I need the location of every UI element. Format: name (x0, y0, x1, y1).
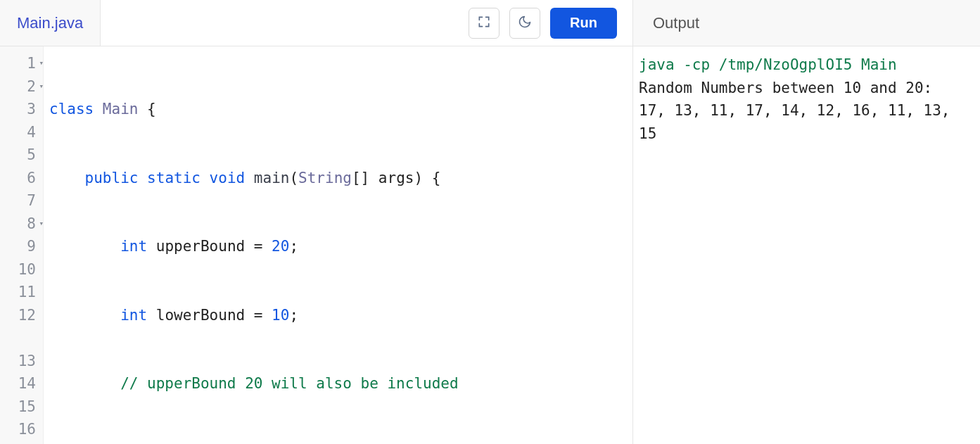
fold-icon[interactable]: ▾ (39, 213, 44, 236)
line-number: 10 (0, 258, 43, 281)
output-command: java -cp /tmp/NzoOgplOI5 Main (639, 56, 897, 73)
line-number: 3 (0, 98, 43, 121)
output-pane: Output java -cp /tmp/NzoOgplOI5 Main Ran… (633, 0, 980, 444)
line-number: 12 (0, 304, 43, 350)
line-number: 16 (0, 418, 43, 441)
fullscreen-icon (477, 15, 491, 31)
line-number: 5 (0, 144, 43, 167)
line-number: 7 (0, 189, 43, 213)
file-tab-label: Main.java (17, 14, 83, 32)
line-number: 8▾ (0, 213, 43, 236)
line-number: 6 (0, 167, 43, 190)
line-number-gutter: 1▾2▾345678▾910111213141516 (0, 46, 44, 444)
line-number: 4 (0, 121, 43, 144)
line-number: 9 (0, 235, 43, 258)
run-button[interactable]: Run (550, 8, 617, 39)
output-header: Output (633, 0, 980, 46)
fullscreen-button[interactable] (469, 8, 499, 39)
line-number: 13 (0, 350, 43, 373)
line-number: 2▾ (0, 75, 43, 99)
line-number: 11 (0, 281, 43, 304)
fold-icon[interactable]: ▾ (39, 75, 44, 99)
code-area[interactable]: class Main { public static void main(Str… (44, 46, 632, 444)
toolbar-actions: Run (101, 0, 632, 46)
file-tab[interactable]: Main.java (0, 0, 101, 46)
output-line: Random Numbers between 10 and 20: (639, 80, 932, 96)
line-number: 14 (0, 372, 43, 395)
editor-toolbar: Main.java Run (0, 0, 632, 46)
theme-toggle-button[interactable] (509, 8, 540, 39)
code-editor[interactable]: 1▾2▾345678▾910111213141516 class Main { … (0, 46, 632, 444)
output-console[interactable]: java -cp /tmp/NzoOgplOI5 Main Random Num… (633, 46, 980, 444)
output-header-label: Output (653, 14, 699, 32)
moon-icon (518, 15, 532, 31)
line-number: 15 (0, 395, 43, 419)
fold-icon[interactable]: ▾ (39, 52, 44, 75)
output-line: 17, 13, 11, 17, 14, 12, 16, 11, 13, 15 (639, 102, 959, 142)
run-button-label: Run (570, 15, 597, 30)
editor-pane: Main.java Run 1▾2▾345678▾910111213141516… (0, 0, 633, 444)
line-number: 1▾ (0, 52, 43, 75)
